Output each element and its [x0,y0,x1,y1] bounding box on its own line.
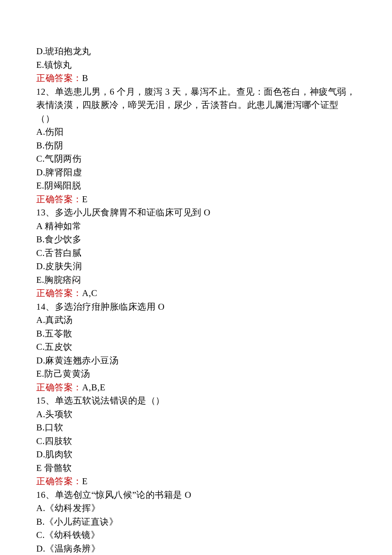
q13-answer: 正确答案：A,C [36,287,356,300]
answer-value: E [82,476,88,486]
q14-option-d: D.麻黄连翘赤小豆汤 [36,354,356,368]
q11-option-d: D.琥珀抱龙丸 [36,45,356,58]
q12-option-b: B.伤阴 [36,139,356,153]
answer-value: E [82,194,88,204]
q11-answer: 正确答案：B [36,72,356,85]
q11-option-e: E.镇惊丸 [36,58,356,72]
q12-option-a: A.伤阳 [36,125,356,139]
q13-option-e: E.胸脘痞闷 [36,273,356,287]
q15-option-a: A.头项软 [36,408,356,421]
q12-stem: 12、单选患儿男，6 个月，腹泻 3 天，暴泻不止。查见：面色苍白，神疲气弱，表… [36,85,356,126]
answer-label: 正确答案： [36,288,82,298]
q15-stem: 15、单选五软说法错误的是（） [36,394,356,408]
q13-option-c: C.舌苔白腻 [36,247,356,260]
q12-answer: 正确答案：E [36,193,356,206]
answer-label: 正确答案： [36,382,82,392]
q12-option-e: E.阴竭阳脱 [36,179,356,193]
q14-option-a: A.真武汤 [36,314,356,327]
q16-option-a: A.《幼科发挥》 [36,502,356,515]
answer-label: 正确答案： [36,476,82,486]
answer-label: 正确答案： [36,194,82,204]
q14-answer: 正确答案：A,B,E [36,381,356,395]
q13-option-d: D.皮肤失润 [36,260,356,273]
q14-option-b: B.五苓散 [36,327,356,341]
answer-value: A,C [82,288,98,298]
q13-stem: 13、多选小儿厌食脾胃不和证临床可见到 O [36,206,356,220]
q13-option-a: A 精神如常 [36,220,356,233]
q16-option-c: C.《幼科铁镜》 [36,529,356,542]
page-container: D.琥珀抱龙丸 E.镇惊丸 正确答案：B 12、单选患儿男，6 个月，腹泻 3 … [0,0,392,555]
q12-option-c: C.气阴两伤 [36,152,356,166]
answer-label: 正确答案： [36,73,82,83]
q14-option-e: E.防己黄黄汤 [36,367,356,381]
q15-option-d: D.肌肉软 [36,448,356,462]
q16-option-d: D.《温病条辨》 [36,542,356,555]
answer-value: A,B,E [82,382,106,392]
q16-option-b: B.《小儿药证直诀》 [36,515,356,529]
q15-answer: 正确答案：E [36,475,356,488]
q16-stem: 16、单选创立“惊风八候”论的书籍是 O [36,488,356,502]
q15-option-b: B.口软 [36,421,356,435]
q14-option-c: C.五皮饮 [36,340,356,354]
q15-option-e: E 骨骼软 [36,462,356,475]
q15-option-c: C.四肢软 [36,435,356,448]
answer-value: B [82,73,89,83]
q13-option-b: B.食少饮多 [36,233,356,247]
q12-option-d: D.脾肾阳虚 [36,166,356,180]
q14-stem: 14、多选治疗疳肿胀临床选用 O [36,300,356,314]
